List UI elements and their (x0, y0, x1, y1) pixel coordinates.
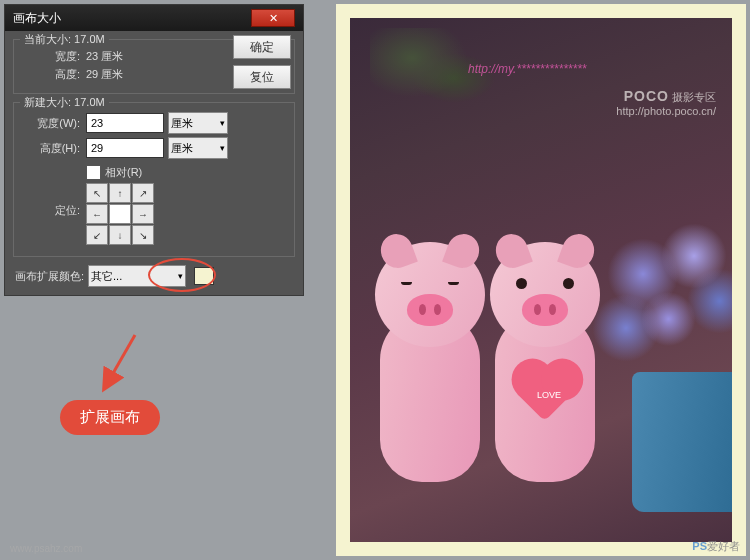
heart-text: LOVE (537, 390, 561, 400)
new-size-group: 新建大小: 17.0M 宽度(W): 厘米▾ 高度(H): 厘米▾ (13, 102, 295, 257)
anchor-label: 定位: (22, 203, 80, 218)
extension-color-select[interactable]: 其它...▾ (88, 265, 186, 287)
current-width-label: 宽度: (22, 49, 80, 64)
svg-line-0 (108, 335, 135, 382)
anchor-center[interactable] (109, 204, 131, 224)
new-size-legend: 新建大小: 17.0M (20, 95, 109, 110)
anchor-ne[interactable]: ↗ (132, 183, 154, 203)
chevron-down-icon: ▾ (220, 143, 225, 153)
height-unit-select[interactable]: 厘米▾ (168, 137, 228, 159)
pig-left (370, 242, 490, 482)
chevron-down-icon: ▾ (220, 118, 225, 128)
pig-right: LOVE (485, 242, 605, 482)
photo-frame: LOVE http://my.*************** POCO 摄影专区… (336, 4, 746, 556)
annotation-badge: 扩展画布 (60, 400, 160, 435)
vase (632, 372, 732, 512)
current-height-value: 29 厘米 (86, 67, 123, 82)
new-width-label: 宽度(W): (22, 116, 80, 131)
anchor-w[interactable]: ← (86, 204, 108, 224)
relative-label: 相对(R) (105, 165, 142, 180)
close-icon: ✕ (269, 12, 278, 25)
anchor-se[interactable]: ↘ (132, 225, 154, 245)
watermark-url-top: http://my.*************** (468, 62, 587, 76)
background-plant (370, 28, 510, 128)
anchor-nw[interactable]: ↖ (86, 183, 108, 203)
chevron-down-icon: ▾ (178, 271, 183, 281)
ok-button[interactable]: 确定 (233, 35, 291, 59)
close-button[interactable]: ✕ (251, 9, 295, 27)
anchor-n[interactable]: ↑ (109, 183, 131, 203)
watermark-poco: POCO 摄影专区 http://photo.poco.cn/ (616, 88, 716, 117)
anchor-grid: ↖ ↑ ↗ ← → ↙ ↓ ↘ (86, 183, 154, 245)
anchor-sw[interactable]: ↙ (86, 225, 108, 245)
dialog-titlebar[interactable]: 画布大小 ✕ (5, 5, 303, 31)
flowers (592, 202, 732, 382)
current-height-label: 高度: (22, 67, 80, 82)
width-input[interactable] (86, 113, 164, 133)
annotation-arrow (100, 330, 140, 390)
anchor-e[interactable]: → (132, 204, 154, 224)
canvas-size-dialog: 画布大小 ✕ 当前大小: 17.0M 宽度: 23 厘米 高度: 29 厘米 新… (4, 4, 304, 296)
current-size-legend: 当前大小: 17.0M (20, 32, 109, 47)
photo-content: LOVE http://my.*************** POCO 摄影专区… (350, 18, 732, 542)
extension-color-swatch[interactable] (194, 267, 214, 285)
reset-button[interactable]: 复位 (233, 65, 291, 89)
anchor-s[interactable]: ↓ (109, 225, 131, 245)
width-unit-select[interactable]: 厘米▾ (168, 112, 228, 134)
relative-checkbox[interactable] (86, 165, 101, 180)
new-height-label: 高度(H): (22, 141, 80, 156)
current-width-value: 23 厘米 (86, 49, 123, 64)
site-watermark-left: www.psahz.com (10, 543, 82, 554)
height-input[interactable] (86, 138, 164, 158)
dialog-title: 画布大小 (13, 10, 61, 27)
site-watermark-right: PS爱好者 (692, 539, 740, 554)
extension-color-label: 画布扩展颜色: (15, 269, 84, 284)
